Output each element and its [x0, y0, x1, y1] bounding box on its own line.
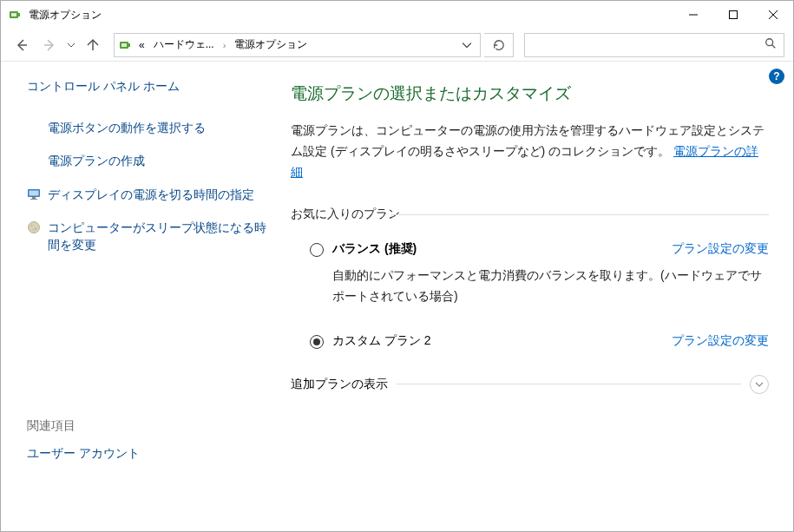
user-accounts-link[interactable]: ユーザー アカウント: [27, 446, 268, 462]
expand-additional-button[interactable]: [750, 375, 769, 394]
svg-point-20: [31, 225, 33, 227]
favorite-plans-label: お気に入りのプラン: [291, 207, 769, 222]
nav-row: « ハードウェ... › 電源オプション: [1, 29, 793, 62]
svg-point-22: [32, 229, 34, 231]
plan-row-balance: バランス (推奨) プラン設定の変更: [291, 241, 769, 257]
plan-label-custom2[interactable]: カスタム プラン 2: [332, 333, 672, 349]
svg-point-13: [766, 38, 773, 45]
content-area: ? コントロール パネル ホーム 電源ボタンの動作を選択する 電源プランの作成 …: [1, 62, 793, 531]
sidebar-link-display-off[interactable]: ディスプレイの電源を切る時間の指定: [27, 186, 268, 203]
svg-point-21: [35, 227, 37, 230]
control-panel-home-link[interactable]: コントロール パネル ホーム: [27, 79, 268, 95]
sidebar-link-power-button[interactable]: 電源ボタンの動作を選択する: [27, 119, 268, 136]
close-button[interactable]: [753, 1, 793, 29]
search-icon[interactable]: [764, 37, 777, 53]
page-description: 電源プランは、コンピューターの電源の使用方法を管理するハードウェア設定とシステム…: [291, 121, 769, 182]
up-button[interactable]: [81, 33, 105, 57]
maximize-button[interactable]: [713, 1, 753, 29]
moon-icon: [27, 220, 41, 234]
change-plan-settings-balance[interactable]: プラン設定の変更: [672, 241, 769, 257]
plan-row-custom2: カスタム プラン 2 プラン設定の変更: [291, 333, 769, 349]
change-plan-settings-custom2[interactable]: プラン設定の変更: [672, 333, 769, 349]
svg-rect-18: [30, 199, 37, 200]
search-box[interactable]: [524, 33, 784, 57]
svg-point-19: [29, 221, 40, 233]
breadcrumb-seg-1[interactable]: ハードウェ...: [152, 37, 216, 52]
plan-radio-custom2[interactable]: [310, 335, 324, 349]
monitor-icon: [27, 187, 41, 201]
sidebar: コントロール パネル ホーム 電源ボタンの動作を選択する 電源プランの作成 ディ…: [1, 62, 279, 531]
search-input[interactable]: [532, 39, 764, 51]
help-icon[interactable]: ?: [769, 69, 784, 84]
svg-rect-17: [32, 197, 36, 199]
refresh-button[interactable]: [484, 33, 514, 57]
chevron-right-icon[interactable]: ›: [221, 40, 228, 50]
svg-line-14: [772, 44, 776, 48]
main-panel: 電源プランの選択またはカスタマイズ 電源プランは、コンピューターの電源の使用方法…: [279, 62, 793, 531]
plan-radio-balance[interactable]: [310, 243, 324, 257]
svg-rect-16: [30, 190, 39, 195]
minimize-button[interactable]: [673, 1, 713, 29]
titlebar: 電源オプション: [1, 1, 793, 29]
sidebar-link-sleep[interactable]: コンピューターがスリープ状態になる時間を変更: [27, 219, 268, 254]
svg-rect-11: [128, 43, 130, 47]
back-button[interactable]: [10, 33, 34, 57]
address-dropdown[interactable]: [457, 37, 476, 53]
svg-rect-2: [11, 13, 16, 16]
breadcrumb-seg-2[interactable]: 電源オプション: [233, 37, 309, 52]
additional-plans-row: 追加プランの表示: [291, 375, 769, 394]
plan-desc-balance: 自動的にパフォーマンスと電力消費のバランスを取ります。(ハードウェアでサポートさ…: [291, 266, 769, 307]
address-bar[interactable]: « ハードウェ... › 電源オプション: [114, 33, 481, 57]
forward-button[interactable]: [37, 33, 62, 57]
sidebar-link-create-plan[interactable]: 電源プランの作成: [27, 152, 268, 169]
window-title: 電源オプション: [29, 8, 673, 23]
history-dropdown[interactable]: [65, 42, 77, 49]
breadcrumb-prefix[interactable]: «: [137, 39, 147, 51]
additional-plans-label: 追加プランの表示: [291, 377, 388, 392]
battery-app-icon: [8, 8, 22, 22]
svg-rect-4: [730, 11, 738, 19]
svg-rect-1: [18, 13, 20, 16]
battery-addr-icon: [118, 38, 132, 52]
svg-rect-12: [121, 43, 127, 47]
related-items-header: 関連項目: [27, 418, 268, 434]
plan-label-balance[interactable]: バランス (推奨): [332, 241, 672, 257]
page-heading: 電源プランの選択またはカスタマイズ: [291, 82, 769, 105]
